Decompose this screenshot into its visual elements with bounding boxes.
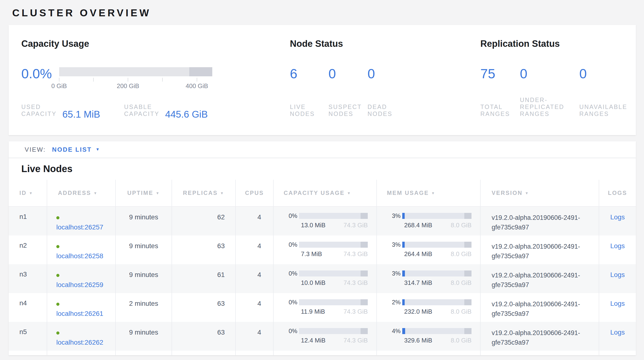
live-status-dot-icon	[56, 303, 60, 306]
view-label: VIEW:	[25, 146, 46, 153]
version-cell: v19.2.0-alpha.20190606-2491-gfe735c9a97	[480, 322, 599, 351]
table-row: n2 localhost:26258 9 minutes 63 4 0% 7.3…	[8, 235, 636, 264]
node-address-link[interactable]: localhost:26262	[56, 339, 103, 346]
suspect-nodes-label: SUSPECTNODES	[328, 103, 368, 117]
node-id-cell	[8, 351, 47, 355]
sort-arrow-icon: ▼	[431, 191, 436, 195]
total-ranges-value: 75	[480, 67, 520, 81]
column-header-uptime[interactable]: UPTIME ▼	[116, 180, 172, 206]
axis-tick-label: 200 GiB	[117, 82, 139, 90]
mem-usage-cell: 4% 329.6 MiB 8.0 GiB	[377, 322, 480, 351]
capacity-total-label: 74.3 GiB	[344, 250, 368, 258]
usable-capacity-value: 445.6 GiB	[165, 109, 208, 119]
node-address-cell: localhost:26259	[47, 264, 116, 293]
capacity-usage-cell: 0% 11.9 MiB 74.3 GiB	[274, 293, 377, 322]
mem-used-label: 232.0 MiB	[404, 308, 432, 315]
node-address-link[interactable]: localhost:26257	[56, 224, 103, 231]
logs-link[interactable]: Logs	[610, 328, 625, 336]
logs-link[interactable]: Logs	[610, 242, 625, 250]
live-status-dot-icon	[56, 245, 60, 248]
axis-tick	[128, 78, 128, 82]
used-capacity-label: USED CAPACITY	[21, 103, 56, 117]
capacity-bar	[299, 270, 368, 276]
mem-bar	[402, 328, 472, 334]
node-status-section: Node Status 6 0 0 LIVENODES SUSPECTNODES…	[290, 25, 462, 117]
mem-total-label: 8.0 GiB	[451, 337, 472, 344]
column-header-mem[interactable]: MEM USAGE ▼	[377, 180, 480, 206]
mem-total-label: 8.0 GiB	[451, 222, 472, 229]
mem-bar	[402, 270, 472, 276]
used-capacity-stat: USED CAPACITY 65.1 MiB	[21, 103, 100, 117]
dead-nodes-value: 0	[368, 67, 462, 81]
node-address-link[interactable]: localhost:26258	[56, 252, 103, 260]
mem-total-label: 8.0 GiB	[451, 308, 472, 315]
node-id-cell: n5	[8, 322, 47, 351]
live-nodes-title: Live Nodes	[8, 158, 636, 180]
live-status-dot-icon	[56, 274, 60, 277]
logs-cell: Logs	[599, 322, 636, 351]
logs-link[interactable]: Logs	[610, 213, 625, 221]
capacity-total-label: 74.3 GiB	[344, 337, 368, 344]
node-address-link[interactable]: localhost:26259	[56, 281, 103, 288]
live-nodes-table-body: n1 localhost:26257 9 minutes 62 4 0% 13.…	[8, 207, 636, 355]
uptime-cell: 9 minutes	[116, 264, 172, 293]
mem-usage-cell: 3% 268.4 MiB 8.0 GiB	[377, 207, 480, 235]
logs-link[interactable]: Logs	[610, 300, 625, 307]
capacity-usage-cell: 0% 10.0 MiB 74.3 GiB	[274, 264, 377, 293]
mem-percent: 3%	[387, 241, 402, 248]
capacity-percent: 0%	[284, 212, 299, 219]
total-ranges-label: TOTALRANGES	[480, 103, 520, 117]
usable-capacity-stat: USABLE CAPACITY 445.6 GiB	[124, 103, 208, 117]
view-select-dropdown[interactable]: NODE LIST ▼	[52, 146, 100, 153]
mem-total-label: 8.0 GiB	[451, 279, 472, 287]
column-header-version[interactable]: VERSION ▼	[480, 180, 599, 206]
capacity-total-label: 74.3 GiB	[344, 308, 368, 315]
column-header-replicas[interactable]: REPLICAS ▼	[172, 180, 236, 206]
capacity-usage-cell: 0% 7.3 MiB 74.3 GiB	[274, 235, 377, 264]
capacity-used-label: 12.4 MiB	[301, 337, 326, 344]
table-row: n5 localhost:26262 9 minutes 63 4 0% 12.…	[8, 322, 636, 351]
capacity-percent: 0%	[284, 241, 299, 248]
cpus-cell: 4	[236, 235, 274, 264]
capacity-usage-cell: 0% 13.0 MiB 74.3 GiB	[274, 207, 377, 235]
replicas-cell	[172, 351, 236, 355]
mem-bar	[402, 242, 472, 248]
cpus-cell: 4	[236, 293, 274, 322]
sort-arrow-icon: ▼	[347, 191, 351, 195]
capacity-bar-track	[59, 67, 212, 76]
view-selected-value: NODE LIST	[52, 146, 92, 153]
replication-status-title: Replication Status	[480, 38, 638, 49]
version-cell: v19.2.0-alpha.20190606-2491-gfe735c9a97	[480, 293, 599, 322]
logs-link[interactable]: Logs	[610, 271, 625, 278]
used-capacity-value: 65.1 MiB	[62, 109, 100, 119]
mem-used-label: 264.4 MiB	[404, 250, 432, 258]
uptime-cell: 9 minutes	[116, 207, 172, 235]
logs-cell: Logs	[599, 264, 636, 293]
cpus-cell: 4	[236, 264, 274, 293]
node-address-cell: localhost:26257	[47, 207, 116, 235]
replicas-cell: 63	[172, 293, 236, 322]
logs-cell: Logs	[599, 207, 636, 235]
capacity-axis-labels: 0 GiB200 GiB400 GiB	[59, 82, 212, 89]
under-replicated-ranges-value: 0	[520, 67, 579, 81]
column-header-capacity[interactable]: CAPACITY USAGE ▼	[274, 180, 377, 206]
node-address-link[interactable]: localhost:26261	[56, 310, 103, 317]
replicas-cell: 63	[172, 235, 236, 264]
column-header-cpus: CPUS ▼	[236, 180, 274, 206]
uptime-cell: 2 minutes	[116, 293, 172, 322]
axis-tick	[162, 78, 163, 82]
cpus-cell: 4	[236, 322, 274, 351]
table-header-row: ID ▼ ADDRESS ▼ UPTIME ▼ REPLICAS ▼ CPUS …	[8, 180, 636, 207]
node-address-cell: localhost:26262	[47, 322, 116, 351]
cluster-summary-card: Capacity Usage 0.0% 0 GiB200 GiB400 GiB …	[8, 25, 636, 135]
column-header-id[interactable]: ID ▼	[8, 180, 47, 206]
chevron-down-icon: ▼	[96, 147, 100, 152]
version-cell: v19.2.0-alpha.20190606-2491-gfe735c9a97	[480, 264, 599, 293]
mem-used-label: 268.4 MiB	[404, 222, 432, 229]
axis-tick	[197, 78, 197, 82]
live-nodes-value: 6	[290, 67, 328, 81]
column-header-address[interactable]: ADDRESS ▼	[47, 180, 116, 206]
capacity-usage-title: Capacity Usage	[21, 38, 261, 49]
capacity-total-label: 74.3 GiB	[344, 279, 368, 287]
live-status-dot-icon	[56, 216, 60, 219]
